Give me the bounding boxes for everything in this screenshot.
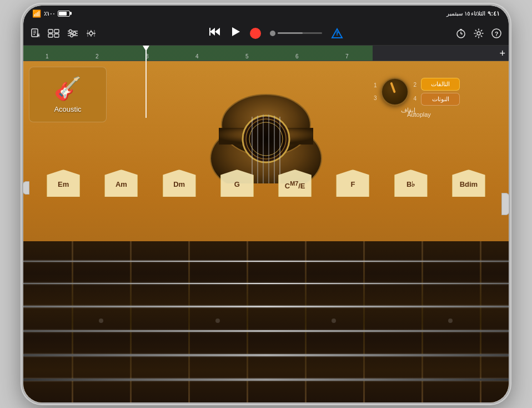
svg-point-14: [69, 29, 72, 32]
knob-num-2: 2: [413, 82, 416, 88]
fret-marker-4: [448, 319, 453, 323]
rewind-button[interactable]: [209, 27, 221, 39]
settings-button[interactable]: [473, 28, 484, 39]
new-song-button[interactable]: [30, 28, 41, 39]
svg-rect-8: [48, 34, 53, 37]
knob-num-1: 1: [374, 82, 377, 88]
battery-fill: [59, 12, 67, 16]
date-label: الثلاثاء ١٥ سبتمبر: [446, 11, 486, 17]
battery-icon: [58, 11, 70, 17]
add-track-button[interactable]: +: [499, 47, 505, 59]
instrument-name: Acoustic: [54, 105, 81, 113]
timeline-marker-7: 7: [345, 53, 349, 59]
chord-bb[interactable]: B♭: [394, 170, 428, 197]
svg-rect-10: [54, 34, 59, 37]
profile-button[interactable]: ?: [491, 28, 502, 39]
autoplay-patterns-button[interactable]: التالفات: [421, 78, 460, 91]
chord-em[interactable]: Em: [47, 170, 80, 197]
guitar-icon: 🎸: [54, 76, 82, 102]
playhead-line: [145, 46, 147, 118]
timeline[interactable]: 1 2 3 4 5 6 7 +: [23, 46, 509, 61]
svg-rect-7: [48, 29, 53, 33]
svg-point-15: [73, 32, 76, 34]
eq-button[interactable]: [86, 28, 97, 38]
svg-rect-24: [209, 28, 210, 36]
knob-numbers: 1 3: [374, 82, 377, 101]
chord-row: Em Am Dm G CM7/E F B♭ Bdim: [23, 170, 509, 197]
stop-label: إيقاف: [401, 107, 415, 114]
autoplay-area: 1 3 2 4 التالفات النوتات Autoplay: [374, 78, 464, 118]
svg-text:?: ?: [495, 31, 499, 37]
svg-rect-9: [54, 29, 59, 33]
autoplay-knob[interactable]: [381, 78, 409, 106]
autoplay-notes-button[interactable]: النوتات: [421, 93, 460, 106]
timeline-marker-2: 2: [96, 53, 99, 59]
knob-section: 1 3 2 4 التالفات النوتات: [374, 78, 464, 106]
metronome-button[interactable]: [331, 28, 343, 39]
chord-am[interactable]: Am: [104, 170, 138, 197]
toolbar-right: ?: [455, 28, 502, 39]
timeline-marker-4: 4: [195, 53, 199, 59]
toolbar-center: [209, 26, 343, 40]
string-3: [23, 306, 509, 307]
svg-marker-22: [210, 28, 215, 36]
volume-min-icon: [270, 31, 275, 36]
toolbar-left: [30, 28, 97, 39]
chord-cm7e[interactable]: CM7/E: [278, 170, 312, 197]
timer-button[interactable]: [455, 28, 466, 39]
toolbar: ?: [23, 21, 509, 46]
timeline-marker-6: 6: [295, 53, 299, 59]
chord-g[interactable]: G: [220, 170, 254, 197]
chord-dm[interactable]: Dm: [163, 170, 196, 197]
string-5: [23, 354, 509, 356]
status-right: ٩:٤١ الثلاثاء ١٥ سبتمبر: [446, 10, 500, 17]
string-2: [23, 283, 509, 284]
guitar-area: 🎸 Acoustic: [23, 61, 509, 402]
volume-slider[interactable]: [270, 31, 322, 36]
instrument-panel[interactable]: 🎸 Acoustic: [29, 67, 107, 122]
svg-point-33: [477, 32, 480, 35]
guitar-body-svg: [188, 72, 344, 183]
screen: ٩:٤١ الثلاثاء ١٥ سبتمبر 📶 ٪١٠٠: [23, 6, 509, 402]
status-bar: ٩:٤١ الثلاثاء ١٥ سبتمبر 📶 ٪١٠٠: [23, 6, 509, 21]
knob-num-4: 4: [413, 96, 416, 102]
time-label: ٩:٤١: [488, 10, 500, 17]
volume-fill: [278, 32, 303, 34]
svg-point-39: [243, 116, 289, 162]
record-button[interactable]: [250, 28, 261, 39]
svg-point-19: [89, 32, 93, 35]
fret-marker-3: [332, 319, 336, 323]
wifi-icon: 📶: [32, 9, 41, 18]
fret-marker-2: [215, 319, 220, 323]
string-4: [23, 330, 509, 332]
string-6: [23, 379, 509, 381]
fretboard[interactable]: [23, 241, 509, 402]
svg-marker-23: [215, 28, 220, 36]
timeline-marker-5: 5: [245, 53, 249, 59]
status-left: 📶 ٪١٠٠: [32, 9, 70, 18]
chord-f[interactable]: F: [336, 170, 369, 197]
guitar-body-container: [188, 72, 344, 183]
svg-point-16: [71, 34, 73, 37]
tracks-view-button[interactable]: [48, 29, 60, 38]
timeline-marker-1: 1: [46, 53, 49, 59]
knob-num-3: 3: [374, 95, 377, 101]
fret-marker-1: [99, 319, 103, 323]
mixer-button[interactable]: [67, 29, 79, 38]
play-button[interactable]: [230, 26, 241, 40]
svg-marker-25: [232, 27, 240, 36]
chord-bdim[interactable]: Bdim: [452, 170, 485, 197]
battery-label: ٪١٠٠: [44, 11, 55, 17]
string-1: [23, 261, 509, 262]
volume-track[interactable]: [278, 32, 322, 34]
ipad-frame: ٩:٤١ الثلاثاء ١٥ سبتمبر 📶 ٪١٠٠: [22, 4, 510, 404]
